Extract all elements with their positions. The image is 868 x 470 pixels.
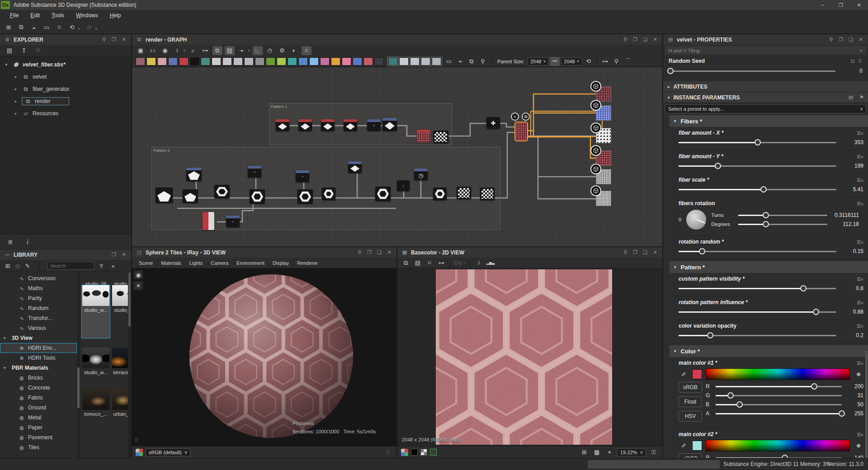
graph-node-hexring[interactable] — [297, 189, 313, 204]
atomic-node-button-9[interactable] — [233, 57, 243, 66]
maximize-button[interactable]: ❐ — [832, 0, 850, 10]
material-preview-icon[interactable]: ◐ — [289, 46, 299, 55]
copy-icon[interactable]: ⧉ — [401, 258, 411, 268]
dot-node-icon[interactable]: -●- — [455, 57, 465, 66]
library-category-Fabric[interactable]: ◍Fabric — [0, 393, 77, 403]
properties-scrollbar[interactable] — [865, 351, 868, 459]
atomic-node-button-10[interactable] — [244, 57, 254, 66]
actual-size-icon[interactable]: 1:1 — [148, 46, 158, 55]
atomic-node-button-0[interactable] — [136, 57, 145, 66]
node-view-toggle[interactable]: ≡ — [511, 113, 519, 121]
tree-item-velvetfibersbs[interactable]: ▾⬢velvet_fiber.sbs* — [3, 58, 131, 70]
channel-slider[interactable] — [716, 386, 842, 387]
parameter-slider[interactable] — [679, 251, 836, 252]
wire[interactable] — [533, 131, 596, 158]
elbow-wire-icon[interactable]: ∟ — [253, 46, 263, 55]
dock-icon[interactable]: ❐ — [110, 252, 118, 258]
atomic-node-button-2[interactable] — [157, 57, 167, 66]
graph-node-dark[interactable]: ▪ — [367, 119, 381, 131]
pin-icon[interactable]: ⚲ — [622, 37, 629, 42]
degrees-slider[interactable] — [738, 224, 827, 225]
library-item[interactable]: tomoco_... — [82, 389, 110, 417]
random-seed-slider[interactable] — [669, 70, 835, 72]
generator-node-button-0[interactable] — [388, 57, 398, 66]
link-ports-icon[interactable]: ⊶ — [600, 57, 610, 66]
pin-icon[interactable]: ⚲ — [612, 57, 622, 66]
library-category-Maths[interactable]: ∿Maths — [0, 283, 77, 293]
library-category-Bricks[interactable]: ◍Bricks — [0, 373, 77, 383]
save-icon[interactable]: ▤ — [413, 258, 423, 268]
view3d-menu-renderer[interactable]: Renderer — [294, 259, 321, 267]
export-package-icon[interactable]: ↥ — [19, 46, 29, 55]
atomic-node-button-12[interactable] — [266, 57, 275, 66]
close-icon[interactable]: ✕ — [651, 249, 659, 255]
atomic-node-button-21[interactable] — [363, 57, 373, 66]
straight-wire-icon[interactable]: -●- — [237, 46, 247, 55]
graph-node-hexring[interactable] — [375, 187, 391, 201]
output-node-3[interactable] — [596, 150, 611, 166]
atomic-node-button-15[interactable] — [298, 57, 308, 66]
library-category-Metal[interactable]: ◍Metal — [0, 413, 77, 423]
mode-button-srgb[interactable]: sRGB — [679, 382, 702, 393]
tree-item-velvet[interactable]: ▸⧉velvet — [3, 70, 131, 83]
atomic-node-button-17[interactable] — [320, 57, 330, 66]
tree-item-selected-box[interactable]: ⧉render — [22, 97, 69, 105]
channel-slider[interactable] — [716, 404, 842, 405]
reset-size-icon[interactable]: ⟲ — [584, 57, 594, 66]
library-category-Random[interactable]: ∿Random — [0, 303, 77, 313]
view3d-menu-environment[interactable]: Environment — [233, 259, 268, 267]
view3d-menu-materials[interactable]: Materials — [158, 259, 184, 267]
graph-node-dark[interactable]: ▪ — [296, 170, 309, 182]
parameter-slider[interactable] — [679, 288, 836, 289]
frame-node-icon[interactable]: ⌗ — [302, 46, 311, 55]
mode-button-hsv[interactable]: HSV — [679, 411, 702, 422]
slider-knob[interactable] — [760, 186, 767, 193]
pin-icon[interactable]: ⚲ — [622, 249, 629, 255]
dock-icon[interactable]: ❐ — [632, 37, 639, 42]
graph-node-pent[interactable] — [156, 188, 173, 203]
library-category-Parity[interactable]: ∿Parity — [0, 293, 77, 303]
library-item[interactable]: studio_06 — [82, 259, 110, 287]
graph-node-dark[interactable]: ▪ — [226, 216, 240, 227]
preset-dropdown[interactable]: Select a preset to apply...∨ — [665, 104, 866, 113]
output-node-0[interactable] — [596, 86, 611, 102]
tree-item-Resources[interactable]: ▸▱Resources — [3, 107, 131, 119]
param-menu-icon[interactable]: ☰∨ — [857, 240, 863, 244]
view3d-menu-lights[interactable]: Lights — [186, 259, 206, 267]
view3d-canvas[interactable]: ◉ ☀ Photoreal Iterations: 1000/1000 Time… — [132, 268, 396, 446]
graph-node-checker[interactable] — [480, 188, 495, 200]
close-icon[interactable]: ✕ — [857, 37, 864, 42]
new-package-icon[interactable]: ⊞ — [4, 23, 14, 32]
close-icon[interactable]: ✕ — [386, 249, 393, 255]
atomic-node-button-5[interactable] — [190, 57, 199, 66]
grid-icon[interactable]: ⊞ — [579, 448, 589, 457]
maximize-icon[interactable]: ❏ — [642, 37, 649, 42]
preset-save-icon[interactable]: ▤ — [847, 94, 854, 100]
hue-gradient-bar[interactable] — [706, 368, 850, 380]
open-folder-icon[interactable]: ▭ — [42, 23, 52, 32]
library-category-Ground[interactable]: ◍Ground — [0, 403, 77, 413]
camera-icon[interactable]: ◉ — [133, 270, 143, 279]
chevron-icon[interactable]: ▾ — [3, 62, 9, 67]
color-swatch[interactable] — [692, 441, 702, 451]
library-category-Pavement[interactable]: ◍Pavement — [0, 432, 77, 442]
graph-node-dark[interactable]: ▪ — [248, 166, 261, 178]
slider-knob[interactable] — [755, 139, 761, 146]
library-category-HDRITools[interactable]: ⊕HDRI Tools — [0, 353, 77, 363]
graph-node-diamond[interactable] — [348, 161, 362, 173]
export-icon[interactable]: ⌑ — [54, 23, 64, 32]
generator-node-button-1[interactable] — [399, 57, 409, 66]
atomic-node-button-3[interactable] — [168, 57, 178, 66]
edit-pencil-icon[interactable]: ✎ — [23, 261, 33, 270]
param-menu-icon[interactable]: ☰∨ — [857, 131, 863, 136]
param-menu-icon[interactable]: ☰ — [856, 59, 863, 63]
view2d-canvas[interactable]: 2048 x 2048 (RGBA, 8bpc) — [397, 268, 662, 446]
turns-slider[interactable] — [738, 215, 827, 216]
grip-icon[interactable]: ⠿ — [135, 437, 138, 443]
frame-all-icon[interactable]: ▣ — [136, 46, 146, 55]
colorspace-dropdown[interactable]: sRGB (default)∨ — [146, 448, 190, 456]
tree-item-render[interactable]: ▸⧉render — [3, 95, 131, 107]
node-grid-toggle[interactable]: ⊞ — [522, 113, 530, 121]
slider-knob[interactable] — [800, 285, 807, 291]
graph-node-clock[interactable]: ◷ — [414, 169, 428, 180]
